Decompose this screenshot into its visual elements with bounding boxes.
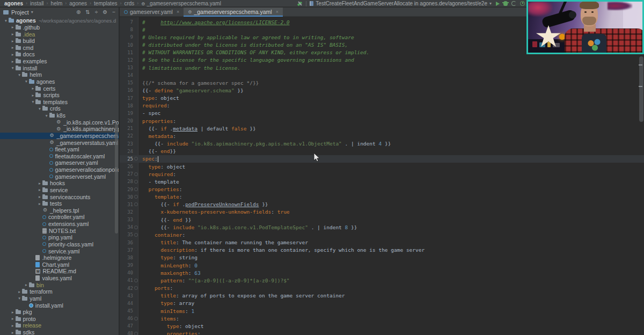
code-line-47[interactable]: 47 type: object [120,322,644,330]
tree-item-crds[interactable]: ▾crds [0,105,119,112]
fold-marker-icon[interactable] [133,202,138,206]
chevron-expanded-icon[interactable]: ▾ [17,72,22,77]
code-line-26[interactable]: 26 type: object [120,163,644,170]
tree-item-chart-yaml[interactable]: Chart.yaml [0,261,119,268]
code-line-37[interactable]: 37 description: if there is more than on… [120,246,644,254]
tree-item-ping-yaml[interactable]: ping.yaml [0,234,119,241]
editor-tab-gameserver-yaml[interactable]: gameserver.yaml× [120,8,184,16]
run-configuration-select[interactable]: TestCreateFleetAndGameServerAllocate in … [310,1,492,6]
code-line-25[interactable]: 25spec: [120,155,644,163]
code-line-45[interactable]: 45 minItems: 1 [120,307,644,315]
chevron-collapsed-icon[interactable]: ▸ [10,323,16,328]
tree-item-agones[interactable]: ▾agones [0,78,119,85]
tree-item-release[interactable]: ▸release [0,322,119,329]
code-line-13[interactable]: 13# limitations under the License. [120,64,644,71]
tree-item-service[interactable]: ▸service [0,187,119,194]
tree-item-sdks[interactable]: ▸sdks [0,329,119,335]
breadcrumb-item[interactable]: agones [69,1,87,6]
code-line-39[interactable]: 39 minLength: 0 [120,261,644,269]
tree-item-bin[interactable]: ▸bin [0,281,119,288]
code-line-40[interactable]: 40 maxLength: 63 [120,269,644,276]
code-line-23[interactable]: 23 {{- include "io.k8s.apimachinery.pkg.… [120,140,644,148]
tree-item-readme-md[interactable]: MREADME.md [0,268,119,275]
chevron-expanded-icon[interactable]: ▾ [17,296,22,301]
fold-marker-icon[interactable] [133,195,138,199]
code-line-30[interactable]: 30 template: [120,193,644,201]
code-line-48[interactable]: 48 properties: [120,330,644,335]
code-line-44[interactable]: 44 type: array [120,300,644,307]
tree-item--github[interactable]: ▸.github [0,24,119,31]
tree-item-extensions-yaml[interactable]: extensions.yaml [0,221,119,228]
chevron-collapsed-icon[interactable]: ▸ [10,59,16,64]
gear-icon[interactable]: ⚙ [103,10,107,15]
tree-item-values-yaml[interactable]: values.yaml [0,275,119,282]
chevron-collapsed-icon[interactable]: ▸ [24,282,29,287]
chevron-expanded-icon[interactable]: ▾ [30,99,35,104]
tree-item-priority-class-yaml[interactable]: priority-class.yaml [0,241,119,248]
tree-item--helpers-tpl[interactable]: ⚙_helpers.tpl [0,207,119,214]
tree-item-certs[interactable]: ▸certs [0,85,119,92]
tree-item-gameserverallocationpolicy-[interactable]: gameserverallocationpolicy. [0,166,119,173]
code-line-18[interactable]: 18required: [120,102,644,110]
chevron-collapsed-icon[interactable]: ▸ [10,32,16,37]
fold-marker-icon[interactable] [133,286,138,290]
chevron-collapsed-icon[interactable]: ▸ [10,316,16,321]
code-line-28[interactable]: 28 - template [120,178,644,185]
tree-item-yaml[interactable]: ▾yaml [0,295,119,302]
code-line-35[interactable]: 35 container: [120,231,644,238]
code-line-33[interactable]: 33 {{- end }} [120,216,644,223]
tree-item-gameserverset-yaml[interactable]: gameserverset.yaml [0,173,119,180]
code-line-14[interactable]: 14 [120,71,644,79]
code-line-31[interactable]: 31 {{- if .podPreserveUnknownFields }} [120,201,644,208]
fold-marker-icon[interactable] [133,180,138,184]
breadcrumb-item[interactable]: crds [124,1,134,6]
tree-item-helm[interactable]: ▾helm [0,71,119,78]
tree-item-cmd[interactable]: ▸cmd [0,45,119,52]
code-line-41[interactable]: 41 pattern: "^[a-z0-9]([-a-z0-9]*[a-z0-9… [120,276,644,284]
tree-item-k8s[interactable]: ▾k8s [0,112,119,119]
code-line-19[interactable]: 19- spec [120,110,644,117]
tree-item-pkg[interactable]: ▸pkg [0,309,119,316]
chevron-collapsed-icon[interactable]: ▸ [10,52,16,57]
tree-item-hooks[interactable]: ▸hooks [0,180,119,187]
chevron-collapsed-icon[interactable]: ▸ [30,86,35,91]
tree-item-docs[interactable]: ▸docs [0,51,119,58]
chevron-expanded-icon[interactable]: ▾ [37,106,42,111]
tree-item-fleetautoscaler-yaml[interactable]: fleetautoscaler.yaml [0,153,119,160]
chevron-expanded-icon[interactable]: ▾ [24,79,29,84]
editor-scrollbar[interactable] [639,56,643,122]
coverage-button[interactable] [511,1,516,6]
code-line-29[interactable]: 29 properties: [120,185,644,193]
locate-file-icon[interactable]: ⊕ [76,10,80,15]
fold-marker-icon[interactable] [133,279,138,282]
chevron-down-icon[interactable]: ▾ [31,10,33,14]
breadcrumb[interactable]: agones›install›helm›agones›templates›crd… [0,1,221,6]
code-line-43[interactable]: 43 title: array of ports to expose on th… [120,292,644,300]
tree-item-templates[interactable]: ▾templates [0,99,119,106]
code-line-17[interactable]: 17type: object [120,94,644,102]
fold-marker-icon[interactable] [133,233,138,237]
tree-item--io-k8s-apimachinery-pkg[interactable]: ⚙_io.k8s.apimachinery.pkg [0,126,119,133]
code-line-22[interactable]: 22 metadata: [120,132,644,140]
close-icon[interactable]: × [177,9,179,14]
fold-marker-icon[interactable] [133,172,138,176]
tree-item-install[interactable]: ▾install [0,64,119,71]
tree-item-examples[interactable]: ▸examples [0,58,119,65]
tree-item-tests[interactable]: ▸tests [0,200,119,207]
chevron-collapsed-icon[interactable]: ▸ [10,25,16,30]
editor-tab--gameserverspecschema-yaml[interactable]: ⚙_gameserverspecschema.yaml× [184,8,283,16]
breadcrumb-item[interactable]: ⚙_gameserverspecschema.yaml [141,1,221,6]
code-editor[interactable]: 7# http://www.apache.org/licenses/LICENS… [120,17,644,335]
tree-item--gameserverspecschema-ya[interactable]: ⚙_gameserverspecschema.ya [0,133,119,140]
code-line-42[interactable]: 42 ports: [120,284,644,292]
tree-item-gameserver-yaml[interactable]: gameserver.yaml [0,159,119,166]
code-line-46[interactable]: 46 items: [120,315,644,322]
chevron-expanded-icon[interactable]: ▾ [44,113,49,118]
fold-marker-icon[interactable] [133,332,138,335]
chevron-collapsed-icon[interactable]: ▸ [37,201,42,206]
chevron-collapsed-icon[interactable]: ▸ [10,45,16,50]
code-line-21[interactable]: 21 {{- if .metadata | default false }} [120,125,644,132]
debug-button[interactable] [503,1,508,6]
code-line-12[interactable]: 12# See the License for the specific lan… [120,56,644,64]
close-icon[interactable]: × [276,9,279,14]
